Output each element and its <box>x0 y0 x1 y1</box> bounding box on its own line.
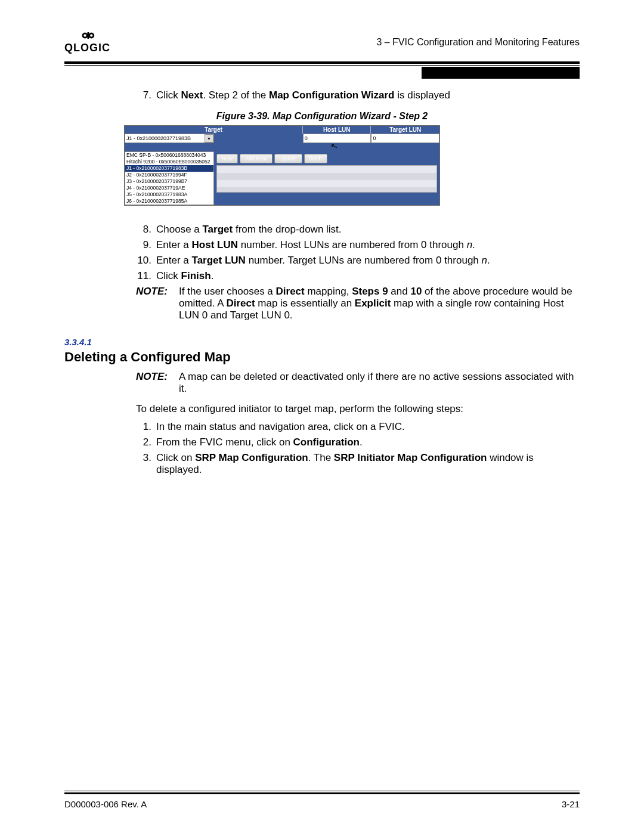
target-dropdown[interactable]: J1 - 0x210000203771983B ▼ <box>125 134 214 143</box>
step-text: Enter a Target LUN number. Target LUNs a… <box>156 255 580 267</box>
step-text: Click on SRP Map Configuration. The SRP … <box>156 452 580 476</box>
list-item[interactable]: J1 - 0x210000203771983B <box>125 165 213 172</box>
step-7: 7. Click Next. Step 2 of the Map Configu… <box>136 89 580 101</box>
list-item[interactable]: J3 - 0x21000020377199B7 <box>125 178 213 185</box>
logo-icon: ⚮ <box>64 30 110 42</box>
wizard-input-row: J1 - 0x210000203771983B ▼ 0 0 <box>125 134 439 143</box>
step-number: 8. <box>136 224 156 236</box>
step-text: Click Next. Step 2 of the Map Configurat… <box>156 89 580 101</box>
figure-caption: Figure 3-39. Map Configuration Wizard - … <box>64 111 580 122</box>
wizard-header-row: Target Host LUN Target LUN <box>125 126 439 134</box>
step-number: 3. <box>136 452 156 476</box>
step-number: 10. <box>136 255 156 267</box>
list-item[interactable]: Hitachi 9200 - 0x50060E8000035052 <box>125 159 213 165</box>
step-text: In the main status and navigation area, … <box>156 421 580 433</box>
add-row-button[interactable]: Add Row <box>240 154 273 163</box>
step-number: 9. <box>136 239 156 251</box>
col-header-targetlun: Target LUN <box>371 126 439 134</box>
numbered-step: 11.Click Finish. <box>136 270 580 282</box>
step-text: From the FVIC menu, click on Configurati… <box>156 436 580 448</box>
redaction-bar <box>422 67 580 79</box>
update-button[interactable]: Update <box>274 154 302 163</box>
numbered-step: 9.Enter a Host LUN number. Host LUNs are… <box>136 239 580 251</box>
brand-logo: ⚮ QLOGIC <box>64 30 110 54</box>
finish-button[interactable]: finish <box>304 154 327 163</box>
list-item[interactable]: J4 - 0x2100002037719AE <box>125 185 213 191</box>
target-lun-input[interactable]: 0 <box>371 134 439 143</box>
footer-page-num: 3-21 <box>562 799 580 809</box>
numbered-step: 1.In the main status and navigation area… <box>136 421 580 433</box>
numbered-step: 10.Enter a Target LUN number. Target LUN… <box>136 255 580 267</box>
note-text: If the user chooses a Direct mapping, St… <box>179 286 580 321</box>
numbered-step: 2.From the FVIC menu, click on Configura… <box>136 436 580 448</box>
chapter-title: 3 – FVIC Configuration and Monitoring Fe… <box>376 37 580 48</box>
step-number: 7. <box>136 89 156 101</box>
chevron-down-icon[interactable]: ▼ <box>205 134 213 143</box>
dropdown-value: J1 - 0x210000203771983B <box>126 135 191 141</box>
lead-paragraph: To delete a configured initiator to targ… <box>64 403 580 415</box>
target-listbox[interactable]: EMC SP-B - 0x5006016888034043 Hitachi 92… <box>125 151 214 205</box>
logo-text: QLOGIC <box>64 42 110 54</box>
section-title: Deleting a Configured Map <box>64 349 580 365</box>
footer-doc-id: D000003-006 Rev. A <box>64 799 147 809</box>
col-header-target: Target <box>125 126 303 134</box>
note-label: NOTE: <box>136 371 179 395</box>
result-grid <box>216 165 437 193</box>
step-text: Click Finish. <box>156 270 580 282</box>
note-text: A map can be deleted or deactivated only… <box>179 371 580 395</box>
list-item[interactable]: J6 - 0x210000203771985A <box>125 198 213 205</box>
note-label: NOTE: <box>136 286 179 321</box>
step-number: 11. <box>136 270 156 282</box>
numbered-step: 3.Click on SRP Map Configuration. The SR… <box>136 452 580 476</box>
list-item[interactable]: J2 - 0x210000203771994F <box>125 172 213 178</box>
step-text: Enter a Host LUN number. Host LUNs are n… <box>156 239 580 251</box>
col-header-hostlun: Host LUN <box>303 126 371 134</box>
numbered-step: 8.Choose a Target from the drop-down lis… <box>136 224 580 236</box>
row-button[interactable]: Row <box>216 154 238 163</box>
wizard-screenshot: Target Host LUN Target LUN J1 - 0x210000… <box>124 125 440 206</box>
step-number: 2. <box>136 436 156 448</box>
list-item[interactable]: J5 - 0x210000203771983A <box>125 191 213 198</box>
step-number: 1. <box>136 421 156 433</box>
step-text: Choose a Target from the drop-down list. <box>156 224 580 236</box>
list-item[interactable]: EMC SP-B - 0x5006016888034043 <box>125 152 213 159</box>
section-number: 3.3.4.1 <box>64 337 580 347</box>
